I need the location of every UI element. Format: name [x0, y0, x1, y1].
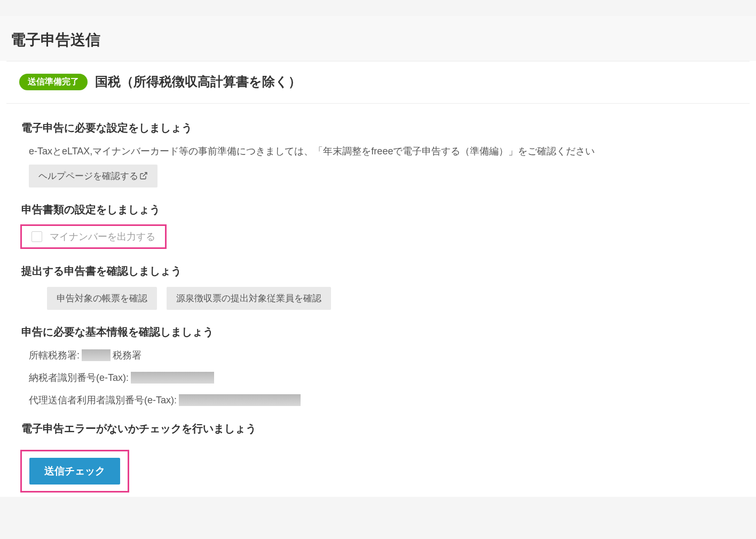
card-title: 国税（所得税徴収高計算書を除く）	[95, 73, 301, 90]
page-title: 電子申告送信	[0, 16, 756, 61]
agent-id-line: 代理送信者利用者識別番号(e-Tax):	[29, 394, 735, 407]
mynumber-checkbox[interactable]	[32, 231, 42, 242]
tax-office-suffix: 税務署	[113, 349, 141, 362]
section-heading-confirm-docs: 提出する申告書を確認しましょう	[21, 264, 735, 278]
section-heading-doc-settings: 申告書類の設定をしましょう	[21, 202, 735, 217]
agent-id-label: 代理送信者利用者識別番号(e-Tax):	[29, 394, 177, 407]
taxpayer-id-label: 納税者識別番号(e-Tax):	[29, 371, 129, 384]
tax-office-redacted	[82, 349, 111, 361]
tax-office-line: 所轄税務署: 税務署	[29, 349, 735, 362]
help-page-button[interactable]: ヘルプページを確認する	[29, 165, 158, 188]
page-container: 電子申告送信 送信準備完了 国税（所得税徴収高計算書を除く） 電子申告に必要な設…	[0, 16, 756, 497]
mynumber-checkbox-row: マイナンバーを出力する	[32, 230, 155, 243]
setup-description: e-TaxとeLTAX,マイナンバーカード等の事前準備につきましては、「年末調整…	[29, 144, 735, 159]
taxpayer-id-line: 納税者識別番号(e-Tax):	[29, 371, 735, 384]
tax-office-label: 所轄税務署:	[29, 349, 80, 362]
agent-id-redacted	[179, 394, 301, 406]
mynumber-checkbox-label: マイナンバーを出力する	[50, 230, 155, 243]
help-page-button-label: ヘルプページを確認する	[38, 170, 138, 182]
card-header: 送信準備完了 国税（所得税徴収高計算書を除く）	[6, 61, 750, 104]
confirm-employees-button[interactable]: 源泉徴収票の提出対象従業員を確認	[167, 287, 331, 310]
status-badge: 送信準備完了	[19, 74, 88, 90]
section-heading-error-check: 電子申告エラーがないかチェックを行いましょう	[21, 421, 735, 436]
national-tax-card: 送信準備完了 国税（所得税徴収高計算書を除く） 電子申告に必要な設定をしましょう…	[6, 61, 750, 497]
mynumber-highlight: マイナンバーを出力する	[20, 224, 167, 249]
section-heading-setup: 電子申告に必要な設定をしましょう	[21, 121, 735, 135]
confirm-docs-button-row: 申告対象の帳票を確認 源泉徴収票の提出対象従業員を確認	[47, 287, 735, 310]
send-check-highlight: 送信チェック	[20, 450, 129, 493]
card-body: 電子申告に必要な設定をしましょう e-TaxとeLTAX,マイナンバーカード等の…	[6, 104, 750, 497]
confirm-forms-button[interactable]: 申告対象の帳票を確認	[47, 287, 157, 310]
send-check-button[interactable]: 送信チェック	[29, 458, 120, 485]
taxpayer-id-redacted	[131, 372, 214, 384]
external-link-icon	[139, 171, 148, 180]
section-heading-basic-info: 申告に必要な基本情報を確認しましょう	[21, 325, 735, 339]
top-strip	[0, 0, 756, 16]
svg-line-0	[143, 173, 147, 176]
